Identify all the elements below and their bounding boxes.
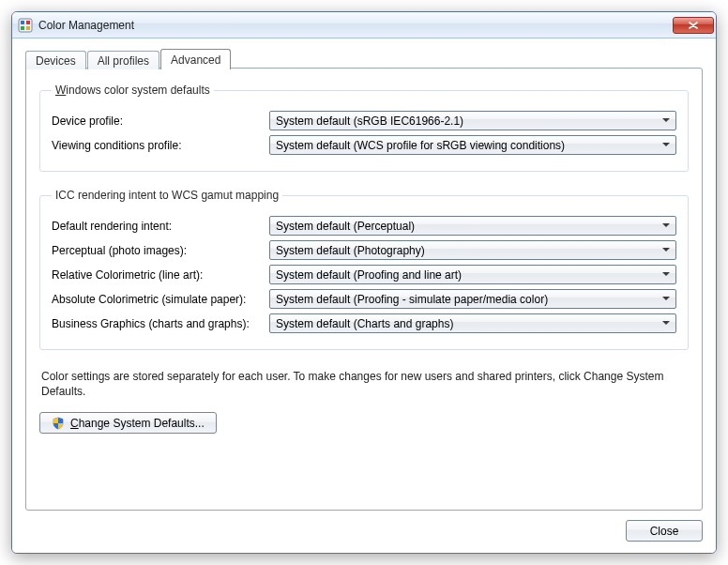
row-perceptual: Perceptual (photo images): System defaul… [52,240,676,260]
chevron-down-icon [659,314,674,332]
combo-value: System default (Perceptual) [276,220,659,233]
change-system-defaults-button[interactable]: Change System Defaults... [39,412,217,434]
label-business-graphics: Business Graphics (charts and graphs): [52,317,269,330]
row-absolute-colorimetric: Absolute Colorimetric (simulate paper): … [52,289,676,309]
label-absolute-colorimetric: Absolute Colorimetric (simulate paper): [52,293,269,306]
button-label: Change System Defaults... [70,417,205,430]
client-area: Devices All profiles Advanced Windows co… [12,38,716,553]
button-label: Close [650,525,679,538]
group-legend: ICC rendering intent to WCS gamut mappin… [52,189,282,202]
combo-business-graphics[interactable]: System default (Charts and graphs) [269,313,676,333]
window-title: Color Management [38,19,673,32]
color-management-window: Color Management Devices All profiles Ad… [11,11,717,554]
row-relative-colorimetric: Relative Colorimetric (line art): System… [52,265,676,284]
combo-absolute-colorimetric[interactable]: System default (Proofing - simulate pape… [269,289,676,309]
tab-all-profiles[interactable]: All profiles [87,51,159,69]
svg-rect-2 [26,21,30,24]
titlebar: Color Management [12,12,716,38]
group-icc-to-wcs: ICC rendering intent to WCS gamut mappin… [39,189,689,350]
group-windows-color-defaults: Windows color system defaults Device pro… [39,84,689,172]
window-close-button[interactable] [673,17,714,34]
combo-device-profile[interactable]: System default (sRGB IEC61966-2.1) [269,111,676,130]
combo-value: System default (sRGB IEC61966-2.1) [276,115,659,128]
tab-label: All profiles [98,54,149,68]
combo-value: System default (Proofing - simulate pape… [276,293,659,306]
svg-rect-3 [21,26,24,30]
combo-value: System default (WCS profile for sRGB vie… [276,139,659,152]
group-legend: Windows color system defaults [52,84,214,97]
tabstrip: Devices All profiles Advanced [25,48,703,69]
chevron-down-icon [659,241,674,259]
combo-default-intent[interactable]: System default (Perceptual) [269,216,676,236]
tab-label: Advanced [171,53,220,67]
tab-devices[interactable]: Devices [25,51,86,69]
svg-rect-1 [21,21,24,24]
combo-value: System default (Proofing and line art) [276,268,659,282]
app-icon [18,18,33,33]
row-viewing-conditions: Viewing conditions profile: System defau… [52,135,676,155]
note-text: Color settings are stored separately for… [41,369,687,399]
tab-advanced[interactable]: Advanced [160,49,231,69]
label-viewing-conditions: Viewing conditions profile: [52,139,269,152]
chevron-down-icon [659,266,674,283]
chevron-down-icon [659,290,674,308]
legend-rest: indows color system defaults [66,84,209,97]
combo-perceptual[interactable]: System default (Photography) [269,240,676,260]
label-device-profile: Device profile: [52,115,269,128]
close-icon [689,22,698,29]
close-button[interactable]: Close [626,520,703,542]
row-default-intent: Default rendering intent: System default… [52,216,676,236]
chevron-down-icon [659,217,674,235]
combo-value: System default (Charts and graphs) [276,317,659,330]
combo-viewing-conditions[interactable]: System default (WCS profile for sRGB vie… [269,135,676,155]
dialog-footer: Close [25,511,703,542]
label-default-intent: Default rendering intent: [52,220,269,233]
uac-shield-icon [52,417,65,430]
combo-value: System default (Photography) [276,244,659,257]
actions-row: Change System Defaults... [39,412,689,434]
svg-rect-4 [26,26,30,30]
label-relative-colorimetric: Relative Colorimetric (line art): [52,268,269,282]
row-business-graphics: Business Graphics (charts and graphs): S… [52,313,676,333]
row-device-profile: Device profile: System default (sRGB IEC… [52,111,676,130]
combo-relative-colorimetric[interactable]: System default (Proofing and line art) [269,265,676,284]
chevron-down-icon [659,136,674,154]
tab-page-advanced: Windows color system defaults Device pro… [25,68,703,511]
label-perceptual: Perceptual (photo images): [52,244,269,257]
tab-label: Devices [36,54,76,68]
chevron-down-icon [659,112,674,130]
